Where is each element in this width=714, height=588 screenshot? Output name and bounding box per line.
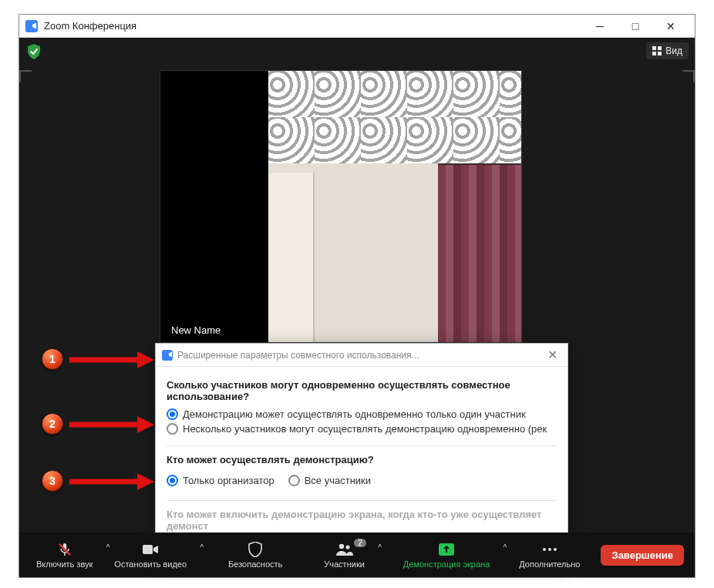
decorative-corner xyxy=(682,70,695,82)
q1-option-1[interactable]: Демонстрацию может осуществлять одноврем… xyxy=(167,408,557,420)
grid-icon xyxy=(652,46,662,55)
participants-count-badge: 2 xyxy=(354,539,366,547)
video-button[interactable]: Остановить видео ^ xyxy=(108,539,199,572)
camera-icon xyxy=(142,542,159,557)
annotation-marker-1: 1 xyxy=(42,348,63,370)
mic-muted-icon xyxy=(57,542,72,557)
svg-rect-2 xyxy=(652,52,656,55)
button-label: Безопасность xyxy=(228,559,282,569)
dialog-header: Расширенные параметры совместного исполь… xyxy=(156,344,567,367)
svg-marker-19 xyxy=(137,416,154,433)
svg-point-13 xyxy=(548,548,551,551)
svg-point-14 xyxy=(554,548,557,551)
chevron-up-icon[interactable]: ^ xyxy=(504,543,507,552)
annotation-arrow xyxy=(69,472,154,492)
meeting-toolbar: Включить звук ^ Остановить видео ^ Безоп… xyxy=(19,533,695,577)
titlebar: Zoom Конференция ─ □ ✕ xyxy=(19,15,695,38)
dialog-close-button[interactable]: ✕ xyxy=(543,348,561,362)
participants-icon xyxy=(335,542,354,557)
shield-icon xyxy=(248,542,262,557)
annotation-arrow xyxy=(69,350,154,370)
radio-icon xyxy=(288,475,300,486)
q2-option-2[interactable]: Все участники xyxy=(288,475,371,486)
option-label: Несколько участников могут осуществлять … xyxy=(183,423,547,435)
annotation-marker-3: 3 xyxy=(42,470,63,492)
svg-marker-21 xyxy=(137,473,154,490)
security-button[interactable]: Безопасность xyxy=(222,539,288,572)
svg-point-10 xyxy=(345,545,349,549)
dialog-title: Расширенные параметры совместного исполь… xyxy=(177,350,419,361)
radio-icon xyxy=(167,408,178,420)
annotation-marker-2: 2 xyxy=(42,413,63,435)
video-content xyxy=(268,173,315,343)
minimize-button[interactable]: ─ xyxy=(582,15,618,38)
radio-icon xyxy=(167,423,178,435)
separator xyxy=(167,445,557,446)
svg-marker-16 xyxy=(137,351,154,368)
question-1: Сколько участников могут одновременно ос… xyxy=(167,379,557,402)
svg-rect-0 xyxy=(652,46,656,50)
share-screen-icon xyxy=(438,542,455,557)
audio-button[interactable]: Включить звук ^ xyxy=(30,539,105,572)
option-label: Демонстрацию может осуществлять одноврем… xyxy=(183,408,526,420)
maximize-button[interactable]: □ xyxy=(618,15,653,38)
client-area: Вид New Name Расширенные параметры совме… xyxy=(19,38,695,577)
video-tile-main[interactable]: New Name xyxy=(160,70,522,343)
chevron-up-icon[interactable]: ^ xyxy=(378,543,382,552)
button-label: Остановить видео xyxy=(114,559,187,569)
share-screen-button[interactable]: Демонстрация экрана ^ xyxy=(397,539,502,572)
participants-button[interactable]: Участники 2 ^ xyxy=(318,539,377,572)
svg-point-9 xyxy=(338,543,343,548)
q2-option-1[interactable]: Только организатор xyxy=(167,475,274,486)
video-content xyxy=(160,71,268,342)
more-button[interactable]: Дополнительно xyxy=(513,539,586,572)
button-label: Демонстрация экрана xyxy=(403,559,490,569)
svg-rect-8 xyxy=(143,545,153,554)
encryption-shield-icon[interactable] xyxy=(27,44,41,59)
participant-name-label: New Name xyxy=(165,323,227,338)
option-label: Все участники xyxy=(305,475,371,486)
end-meeting-button[interactable]: Завершение xyxy=(601,545,684,566)
annotation-arrow xyxy=(69,415,154,435)
svg-point-12 xyxy=(543,548,546,551)
view-button[interactable]: Вид xyxy=(646,42,689,59)
button-label: Включить звук xyxy=(36,559,93,569)
chevron-up-icon[interactable]: ^ xyxy=(200,543,204,552)
radio-icon xyxy=(167,475,178,486)
view-label: Вид xyxy=(665,45,682,56)
window-title: Zoom Конференция xyxy=(44,20,136,32)
question-2: Кто может осуществлять демонстрацию? xyxy=(167,454,557,465)
window-controls: ─ □ ✕ xyxy=(582,15,689,38)
svg-rect-1 xyxy=(658,46,662,50)
zoom-icon xyxy=(25,20,38,32)
button-label: Участники xyxy=(324,559,365,569)
separator xyxy=(167,500,557,501)
close-button[interactable]: ✕ xyxy=(653,15,689,38)
app-window: Zoom Конференция ─ □ ✕ Вид New Name xyxy=(19,14,695,578)
q1-option-2[interactable]: Несколько участников могут осуществлять … xyxy=(167,423,557,435)
video-content xyxy=(438,163,521,343)
svg-rect-3 xyxy=(658,52,662,55)
zoom-icon xyxy=(162,350,173,361)
more-icon xyxy=(541,542,558,557)
question-3: Кто может включить демонстрацию экрана, … xyxy=(167,509,557,532)
option-label: Только организатор xyxy=(183,475,274,486)
decorative-corner xyxy=(19,70,32,82)
video-content xyxy=(268,71,522,163)
button-label: Дополнительно xyxy=(519,559,580,569)
